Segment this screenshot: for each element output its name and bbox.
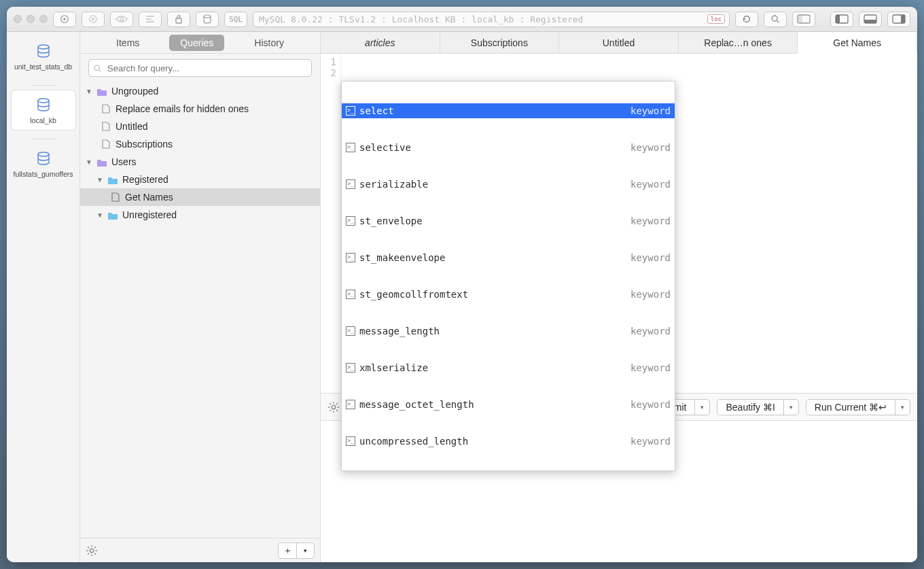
tab-history[interactable]: History bbox=[243, 35, 295, 51]
svg-rect-10 bbox=[836, 15, 840, 23]
chevron-down-icon[interactable]: ▾ bbox=[895, 400, 910, 415]
folder-unregistered[interactable]: ▼ Unregistered bbox=[80, 206, 320, 224]
svg-point-18 bbox=[94, 65, 99, 70]
tab-queries[interactable]: Queries bbox=[169, 35, 224, 51]
file-icon bbox=[110, 192, 121, 202]
doc-tab-label: articles bbox=[365, 37, 395, 48]
connect-button[interactable] bbox=[53, 12, 76, 27]
folder-label: Unregistered bbox=[122, 209, 177, 220]
autocomplete-item[interactable]: >_ uncompressed_length keyword bbox=[342, 434, 675, 449]
run-button[interactable]: Run Current ⌘↩ ▾ bbox=[806, 399, 910, 415]
autocomplete-item[interactable]: >_ message_octet_length keyword bbox=[342, 397, 675, 412]
gear-icon[interactable] bbox=[86, 545, 98, 557]
connection-card-local-kb[interactable]: local_kb bbox=[11, 90, 76, 131]
chevron-down-icon: ▼ bbox=[86, 88, 92, 95]
chevron-down-icon: ▼ bbox=[86, 158, 92, 166]
close-window-button[interactable] bbox=[14, 15, 22, 23]
doc-tab-get-names[interactable]: Get Names bbox=[798, 32, 917, 54]
autocomplete-type: keyword bbox=[630, 326, 671, 337]
layout-left-button[interactable] bbox=[830, 12, 853, 27]
query-label: Subscriptions bbox=[116, 139, 173, 150]
doc-tab-label: Untitled bbox=[603, 37, 635, 48]
beautify-label: Beautify ⌘I bbox=[717, 402, 783, 413]
search-input-wrapper[interactable] bbox=[88, 59, 312, 77]
split-view-button[interactable] bbox=[792, 12, 815, 27]
keyword-icon: >_ bbox=[346, 179, 355, 189]
chevron-down-icon[interactable]: ▾ bbox=[694, 400, 709, 415]
sql-label: SQL bbox=[229, 15, 243, 24]
autocomplete-item[interactable]: >_ st_envelope keyword bbox=[342, 213, 675, 228]
autocomplete-item[interactable]: >_ select keyword bbox=[342, 103, 675, 118]
database-icon bbox=[36, 44, 51, 58]
gear-icon[interactable] bbox=[327, 401, 340, 413]
autocomplete-item[interactable]: >_ message_length keyword bbox=[342, 324, 675, 339]
keyword-icon: >_ bbox=[346, 363, 355, 373]
query-item-get-names[interactable]: Get Names bbox=[80, 188, 320, 206]
layout-right-button[interactable] bbox=[887, 12, 910, 27]
sidebar-tabs: Items Queries History bbox=[80, 32, 320, 54]
autocomplete-item[interactable]: >_ st_geomcollfromtext keyword bbox=[342, 287, 675, 302]
connection-card-unit-test[interactable]: unit_test_stats_db bbox=[11, 36, 76, 77]
chevron-down-icon[interactable]: ▾ bbox=[783, 400, 798, 415]
doc-tab-subscriptions[interactable]: Subscriptions bbox=[440, 32, 560, 53]
doc-tab-label: Replac…n ones bbox=[704, 37, 772, 48]
file-icon bbox=[101, 104, 111, 114]
zoom-window-button[interactable] bbox=[39, 15, 48, 23]
autocomplete-word: selective bbox=[359, 142, 411, 153]
connection-breadcrumb[interactable]: MySQL 8.0.22 : TLSv1.2 : Localhost KB : … bbox=[253, 12, 730, 27]
lock-button[interactable] bbox=[167, 12, 190, 27]
folder-ungrouped[interactable]: ▼ Ungrouped bbox=[80, 82, 320, 100]
folder-users[interactable]: ▼ Users bbox=[80, 153, 320, 171]
svg-point-17 bbox=[38, 152, 49, 156]
editor-panel: articles Subscriptions Untitled Replac…n… bbox=[321, 32, 917, 562]
chevron-down-icon: ▼ bbox=[96, 211, 103, 219]
autocomplete-item[interactable]: >_ serializable keyword bbox=[342, 177, 675, 192]
query-item[interactable]: Untitled bbox=[80, 118, 320, 135]
search-input[interactable] bbox=[106, 63, 307, 74]
folder-label: Registered bbox=[122, 174, 168, 185]
doc-tab-untitled[interactable]: Untitled bbox=[559, 32, 679, 53]
keyword-icon: >_ bbox=[346, 216, 355, 226]
line-number: 1 bbox=[321, 56, 336, 67]
folder-registered[interactable]: ▼ Registered bbox=[80, 171, 320, 188]
sidebar-bottom-bar: ＋ ▾ bbox=[80, 538, 320, 562]
minimize-window-button[interactable] bbox=[26, 15, 35, 23]
cancel-button[interactable] bbox=[82, 12, 105, 27]
connection-card-fullstats[interactable]: fullstats_gumoffers bbox=[11, 143, 76, 184]
search-icon bbox=[93, 64, 102, 73]
refresh-button[interactable] bbox=[735, 12, 758, 27]
autocomplete-item[interactable]: >_ selective keyword bbox=[342, 140, 675, 155]
add-query-button[interactable]: ＋ ▾ bbox=[278, 542, 315, 559]
code-area[interactable]: SELE >_ select keyword >_ selective keyw… bbox=[341, 54, 917, 393]
autocomplete-type: keyword bbox=[630, 215, 671, 226]
query-item[interactable]: Replace emails for hidden ones bbox=[80, 100, 320, 118]
visibility-button[interactable] bbox=[110, 12, 133, 27]
query-item[interactable]: Subscriptions bbox=[80, 135, 320, 153]
tab-items[interactable]: Items bbox=[105, 35, 150, 51]
database-button[interactable] bbox=[196, 12, 219, 27]
autocomplete-word: serializable bbox=[359, 179, 428, 190]
file-icon bbox=[101, 122, 111, 131]
indent-button[interactable] bbox=[139, 12, 162, 27]
line-number: 2 bbox=[321, 67, 336, 78]
query-label: Get Names bbox=[125, 192, 173, 203]
autocomplete-item[interactable]: >_ st_makeenvelope keyword bbox=[342, 250, 675, 265]
layout-bottom-button[interactable] bbox=[859, 12, 882, 27]
autocomplete-word: uncompressed_length bbox=[359, 436, 468, 447]
doc-tab-articles[interactable]: articles bbox=[321, 32, 440, 53]
document-tabs: articles Subscriptions Untitled Replac…n… bbox=[321, 32, 917, 54]
autocomplete-item[interactable]: >_ xmlserialize keyword bbox=[342, 360, 675, 375]
keyword-icon: >_ bbox=[346, 106, 355, 116]
beautify-button[interactable]: Beautify ⌘I ▾ bbox=[717, 399, 798, 415]
search-button[interactable] bbox=[764, 12, 787, 27]
divider bbox=[31, 139, 56, 139]
sql-mode-button[interactable]: SQL bbox=[224, 12, 247, 27]
svg-point-20 bbox=[332, 405, 335, 409]
keyword-icon: >_ bbox=[346, 143, 355, 152]
chevron-down-icon[interactable]: ▾ bbox=[296, 543, 314, 558]
query-tree: ▼ Ungrouped Replace emails for hidden on… bbox=[80, 82, 320, 538]
autocomplete-type: keyword bbox=[630, 289, 671, 300]
doc-tab-replace[interactable]: Replac…n ones bbox=[679, 32, 798, 53]
sql-editor[interactable]: 1 2 SELE >_ select keyword >_ bbox=[321, 54, 917, 394]
query-label: Replace emails for hidden ones bbox=[116, 103, 249, 114]
